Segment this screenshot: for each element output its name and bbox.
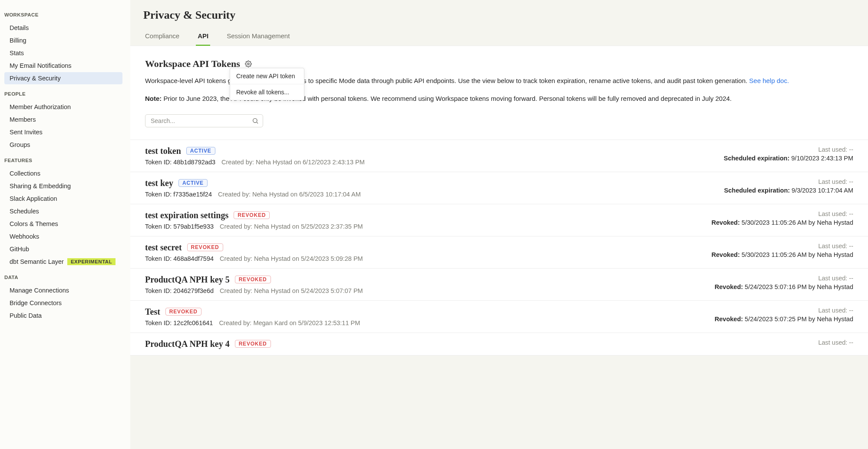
- sidebar-item-label: Webhooks: [10, 233, 39, 240]
- page-title: Privacy & Security: [130, 0, 868, 22]
- gear-dropdown: Create new API tokenRevoke all tokens...: [230, 68, 304, 100]
- last-used: Last used: --: [715, 275, 853, 282]
- sidebar-item-label: Colors & Themes: [10, 220, 58, 227]
- svg-line-2: [257, 122, 258, 123]
- sidebar-item-label: Collections: [10, 170, 40, 177]
- sidebar-item-details[interactable]: Details: [4, 22, 122, 34]
- tab-api[interactable]: API: [196, 32, 210, 46]
- token-row[interactable]: test tokenACTIVEToken ID: 48b1d8792ad3Cr…: [130, 140, 868, 172]
- gear-icon[interactable]: [244, 60, 252, 68]
- status-badge: ACTIVE: [186, 147, 215, 155]
- tab-session-management[interactable]: Session Management: [225, 32, 291, 46]
- sidebar-item-label: My Email Notifications: [10, 62, 72, 69]
- last-used: Last used: --: [712, 243, 853, 249]
- tabs: ComplianceAPISession Management: [130, 22, 868, 46]
- sidebar-item-label: Details: [10, 24, 29, 31]
- sidebar-item-label: Slack Application: [10, 195, 57, 202]
- last-used: Last used: --: [715, 307, 853, 314]
- expiration-line: Scheduled expiration: 9/3/2023 10:17:04 …: [724, 187, 853, 194]
- created-by: Created by: Neha Hystad on 5/24/2023 5:0…: [220, 255, 363, 262]
- dropdown-item-create-new-api-token[interactable]: Create new API token: [230, 68, 304, 84]
- token-row[interactable]: ProductQA NPH key 5REVOKEDToken ID: 2046…: [130, 269, 868, 301]
- expiration-line: Revoked: 5/24/2023 5:07:25 PM by Neha Hy…: [715, 316, 853, 323]
- expiration-line: Revoked: 5/30/2023 11:05:26 AM by Neha H…: [712, 219, 853, 226]
- help-link[interactable]: See help doc.: [749, 77, 789, 84]
- sidebar-item-label: Manage Connections: [10, 287, 69, 294]
- expiration-line: Revoked: 5/24/2023 5:07:16 PM by Neha Hy…: [715, 283, 853, 290]
- created-by: Created by: Megan Kard on 5/9/2023 12:53…: [219, 319, 360, 326]
- sidebar-item-my-email-notifications[interactable]: My Email Notifications: [4, 60, 122, 72]
- status-badge: REVOKED: [165, 308, 201, 316]
- sidebar-item-bridge-connectors[interactable]: Bridge Connectors: [4, 297, 122, 309]
- created-by: Created by: Neha Hystad on 6/5/2023 10:1…: [218, 191, 361, 198]
- last-used: Last used: --: [724, 146, 853, 153]
- sidebar-item-label: GitHub: [10, 246, 29, 253]
- sidebar-item-slack-application[interactable]: Slack Application: [4, 193, 122, 205]
- status-badge: REVOKED: [187, 243, 223, 251]
- token-id: Token ID: 579ab1f5e933: [145, 223, 214, 230]
- search-input[interactable]: [145, 114, 263, 127]
- status-badge: REVOKED: [234, 211, 270, 219]
- sidebar-item-github[interactable]: GitHub: [4, 243, 122, 255]
- token-name: test secret: [145, 243, 182, 253]
- sidebar-item-label: Members: [10, 116, 36, 123]
- sidebar-item-label: Member Authorization: [10, 103, 71, 110]
- token-row[interactable]: test expiration settingsREVOKEDToken ID:…: [130, 204, 868, 236]
- sidebar-item-sharing-embedding[interactable]: Sharing & Embedding: [4, 180, 122, 192]
- sidebar-item-members[interactable]: Members: [4, 113, 122, 126]
- sidebar-item-billing[interactable]: Billing: [4, 34, 122, 47]
- token-name: test expiration settings: [145, 210, 228, 220]
- api-panel: Workspace API Tokens Create new API toke…: [130, 46, 868, 356]
- sidebar-item-label: Sharing & Embedding: [10, 183, 71, 190]
- sidebar: WORKSPACEDetailsBillingStatsMy Email Not…: [0, 0, 130, 449]
- last-used: Last used: --: [724, 178, 853, 185]
- token-row[interactable]: test secretREVOKEDToken ID: 468a84df7594…: [130, 236, 868, 269]
- token-id: Token ID: f7335ae15f24: [145, 191, 212, 198]
- token-row[interactable]: TestREVOKEDToken ID: 12c2fc061641Created…: [130, 301, 868, 333]
- token-row[interactable]: ProductQA NPH key 4REVOKEDLast used: --: [130, 333, 868, 356]
- token-id: Token ID: 48b1d8792ad3: [145, 159, 215, 166]
- token-name: Test: [145, 307, 160, 317]
- sidebar-item-label: Public Data: [10, 312, 42, 319]
- svg-point-1: [253, 118, 257, 122]
- token-name: ProductQA NPH key 5: [145, 275, 230, 285]
- token-row[interactable]: test keyACTIVEToken ID: f7335ae15f24Crea…: [130, 172, 868, 204]
- dropdown-item-revoke-all-tokens-[interactable]: Revoke all tokens...: [230, 84, 304, 100]
- status-badge: ACTIVE: [178, 179, 208, 187]
- token-list: test tokenACTIVEToken ID: 48b1d8792ad3Cr…: [130, 140, 868, 356]
- sidebar-item-colors-themes[interactable]: Colors & Themes: [4, 218, 122, 230]
- sidebar-group-title: FEATURES: [4, 156, 122, 165]
- experimental-badge: EXPERIMENTAL: [67, 258, 116, 265]
- sidebar-item-manage-connections[interactable]: Manage Connections: [4, 284, 122, 296]
- section-title: Workspace API Tokens: [145, 58, 240, 70]
- status-badge: REVOKED: [235, 276, 271, 283]
- sidebar-item-webhooks[interactable]: Webhooks: [4, 230, 122, 243]
- search-container: [145, 114, 263, 127]
- expiration-line: Scheduled expiration: 9/10/2023 2:43:13 …: [724, 155, 853, 162]
- sidebar-item-dbt-semantic-layer[interactable]: dbt Semantic LayerEXPERIMENTAL: [4, 256, 122, 268]
- status-badge: REVOKED: [235, 340, 271, 348]
- sidebar-item-member-authorization[interactable]: Member Authorization: [4, 101, 122, 113]
- sidebar-item-collections[interactable]: Collections: [4, 167, 122, 180]
- created-by: Created by: Neha Hystad on 5/25/2023 2:3…: [220, 223, 363, 230]
- sidebar-item-public-data[interactable]: Public Data: [4, 309, 122, 322]
- token-id: Token ID: 12c2fc061641: [145, 319, 213, 326]
- created-by: Created by: Neha Hystad on 5/24/2023 5:0…: [220, 287, 363, 294]
- sidebar-item-stats[interactable]: Stats: [4, 47, 122, 59]
- token-name: test token: [145, 146, 181, 156]
- tab-compliance[interactable]: Compliance: [143, 32, 181, 46]
- sidebar-item-label: Sent Invites: [10, 129, 43, 136]
- svg-point-0: [248, 63, 249, 65]
- token-name: test key: [145, 178, 173, 188]
- token-id: Token ID: 2046279f3e6d: [145, 287, 214, 294]
- last-used: Last used: --: [712, 210, 853, 217]
- note-label: Note:: [145, 95, 162, 102]
- sidebar-item-sent-invites[interactable]: Sent Invites: [4, 126, 122, 138]
- last-used: Last used: --: [818, 339, 853, 346]
- created-by: Created by: Neha Hystad on 6/12/2023 2:4…: [221, 159, 365, 166]
- sidebar-item-label: Bridge Connectors: [10, 299, 62, 306]
- sidebar-item-schedules[interactable]: Schedules: [4, 205, 122, 217]
- sidebar-item-label: Privacy & Security: [10, 75, 61, 82]
- sidebar-item-groups[interactable]: Groups: [4, 139, 122, 151]
- sidebar-item-privacy-security[interactable]: Privacy & Security: [4, 72, 122, 84]
